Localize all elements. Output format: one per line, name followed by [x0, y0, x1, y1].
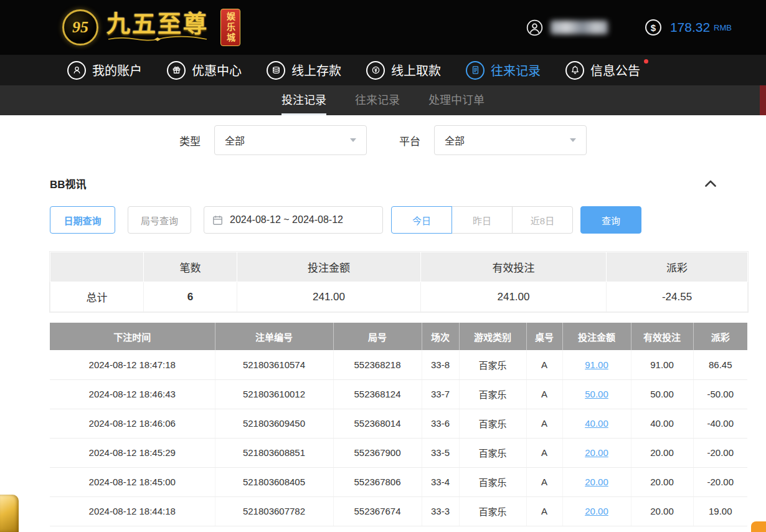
date-range-input[interactable]: 2024-08-12 ~ 2024-08-12 — [204, 206, 383, 234]
table-row: 2024-08-12 18:46:43 521803610012 5523681… — [50, 379, 747, 409]
bet-amount-link[interactable]: 20.00 — [585, 477, 608, 487]
summary-header-row: 笔数 投注金额 有效投注 派彩 — [50, 252, 748, 282]
logo-text-wrap: 九五至尊 — [105, 12, 210, 43]
valid-bet-cell: 91.00 — [631, 350, 693, 379]
user-avatar-icon[interactable] — [526, 19, 543, 36]
table-no-cell: A — [526, 350, 562, 379]
summary-count-header: 笔数 — [144, 252, 237, 282]
tab-transaction-records[interactable]: 往来记录 — [355, 85, 400, 115]
today-button[interactable]: 今日 — [391, 206, 452, 234]
type-select[interactable]: 全部 — [214, 125, 367, 155]
summary-payout-header: 派彩 — [607, 252, 748, 282]
nav-item-withdraw[interactable]: 线上取款 — [366, 61, 441, 80]
col-game-type: 游戏类别 — [459, 323, 526, 350]
bet-amount-link[interactable]: 50.00 — [585, 389, 608, 399]
table-row: 2024-08-12 18:46:06 521803609450 5523680… — [50, 409, 747, 438]
top-header: 95 九五至尊 娱乐城 $ 178.32 RMB — [0, 0, 766, 55]
chevron-down-icon — [570, 138, 576, 142]
summary-count-value: 6 — [144, 282, 237, 312]
bet-amount-link[interactable]: 91.00 — [585, 359, 608, 370]
col-bet-amount: 投注金额 — [562, 323, 631, 350]
username-blurred[interactable] — [551, 21, 608, 34]
summary-payout-value: -24.55 — [607, 282, 748, 312]
game-type-cell: 百家乐 — [459, 438, 526, 467]
nav-item-records[interactable]: 往来记录 — [466, 61, 541, 80]
platform-select-value: 全部 — [445, 133, 465, 148]
valid-bet-cell: 20.00 — [631, 496, 693, 526]
payout-cell: 19.00 — [693, 496, 747, 526]
user-icon — [67, 61, 86, 80]
main-navigation: 我的账户 优惠中心 线上存款 线上取款 往来记录 信息公告 — [0, 55, 766, 85]
col-table-no: 桌号 — [526, 323, 562, 350]
round-cell: 552367900 — [333, 438, 422, 467]
table-header-row: 下注时间 注单编号 局号 场次 游戏类别 桌号 投注金额 有效投注 派彩 — [50, 323, 747, 350]
game-type-cell: 百家乐 — [459, 496, 526, 526]
gift-icon — [167, 61, 186, 80]
game-type-cell: 百家乐 — [459, 467, 526, 496]
col-valid-bet: 有效投注 — [631, 323, 693, 350]
payout-cell: -50.00 — [693, 379, 747, 409]
round-cell: 552367674 — [333, 496, 422, 526]
summary-bet-header: 投注金额 — [237, 252, 421, 282]
nav-item-my-account[interactable]: 我的账户 — [67, 61, 142, 80]
logo-emblem-icon: 95 — [62, 9, 98, 45]
summary-valid-value: 241.00 — [421, 282, 607, 312]
bet-time-cell: 2024-08-12 18:46:43 — [50, 379, 215, 409]
bet-amount-link[interactable]: 20.00 — [585, 447, 608, 458]
bet-amount-cell: 20.00 — [562, 467, 631, 496]
round-cell: 552368014 — [333, 409, 422, 438]
bet-amount-cell: 50.00 — [562, 379, 631, 409]
nav-label: 线上存款 — [291, 61, 341, 79]
summary-table: 笔数 投注金额 有效投注 派彩 总计 6 241.00 241.00 -24.5… — [50, 252, 748, 312]
bet-amount-link[interactable]: 20.00 — [585, 506, 608, 516]
yesterday-button[interactable]: 昨日 — [452, 206, 513, 234]
chevron-up-icon — [705, 180, 716, 187]
payout-cell: -20.00 — [693, 438, 747, 467]
date-preset-group: 今日 昨日 近8日 — [391, 206, 573, 234]
nav-item-announcements[interactable]: 信息公告 — [565, 61, 640, 80]
date-query-button[interactable]: 日期查询 — [50, 206, 115, 234]
nav-item-promotions[interactable]: 优惠中心 — [167, 61, 242, 80]
filter-row: 类型 全部 平台 全部 — [179, 125, 766, 155]
tab-bet-records[interactable]: 投注记录 — [281, 85, 326, 115]
game-type-cell: 百家乐 — [459, 409, 526, 438]
edge-decoration — [760, 85, 766, 115]
bet-records-table: 下注时间 注单编号 局号 场次 游戏类别 桌号 投注金额 有效投注 派彩 202… — [50, 323, 747, 526]
table-no-cell: A — [526, 409, 562, 438]
balance-coin-icon[interactable]: $ — [645, 19, 661, 36]
bet-id-cell: 521803608851 — [215, 438, 333, 467]
tab-processing-orders[interactable]: 处理中订单 — [428, 85, 485, 115]
nav-label: 优惠中心 — [192, 61, 242, 79]
session-cell: 33-3 — [422, 496, 459, 526]
nav-item-deposit[interactable]: 线上存款 — [267, 61, 341, 80]
payout-cell: 86.45 — [693, 350, 747, 379]
account-area: $ 178.32 RMB — [526, 19, 732, 36]
bet-amount-link[interactable]: 40.00 — [585, 418, 608, 429]
bet-id-cell: 521803607782 — [215, 496, 333, 526]
valid-bet-cell: 50.00 — [631, 379, 693, 409]
collapse-section-button[interactable] — [705, 180, 716, 187]
last-8-days-button[interactable]: 近8日 — [512, 206, 573, 234]
table-no-cell: A — [526, 438, 562, 467]
valid-bet-cell: 20.00 — [631, 467, 693, 496]
logo-title: 九五至尊 — [106, 12, 209, 36]
table-row: 2024-08-12 18:47:18 521803610574 5523682… — [50, 350, 747, 379]
round-query-button[interactable]: 局号查询 — [128, 206, 191, 234]
table-row: 2024-08-12 18:45:29 521803608851 5523679… — [50, 438, 747, 467]
bet-amount-cell: 40.00 — [562, 409, 631, 438]
search-button[interactable]: 查询 — [580, 206, 641, 234]
valid-bet-cell: 20.00 — [631, 438, 693, 467]
bet-amount-cell: 91.00 — [562, 350, 631, 379]
corner-widget-fragment[interactable] — [751, 521, 766, 532]
bet-time-cell: 2024-08-12 18:45:29 — [50, 438, 215, 467]
bet-time-cell: 2024-08-12 18:45:00 — [50, 467, 215, 496]
bet-time-cell: 2024-08-12 18:44:18 — [50, 496, 215, 526]
bet-time-cell: 2024-08-12 18:46:06 — [50, 409, 215, 438]
bet-id-cell: 521803610574 — [215, 350, 333, 379]
table-row: 2024-08-12 18:45:00 521803608405 5523678… — [50, 467, 747, 496]
summary-bet-value: 241.00 — [237, 282, 421, 312]
platform-select[interactable]: 全部 — [434, 125, 587, 155]
document-icon — [466, 61, 485, 80]
nav-label: 往来记录 — [491, 61, 541, 79]
floating-promo-fragment[interactable] — [0, 495, 19, 532]
